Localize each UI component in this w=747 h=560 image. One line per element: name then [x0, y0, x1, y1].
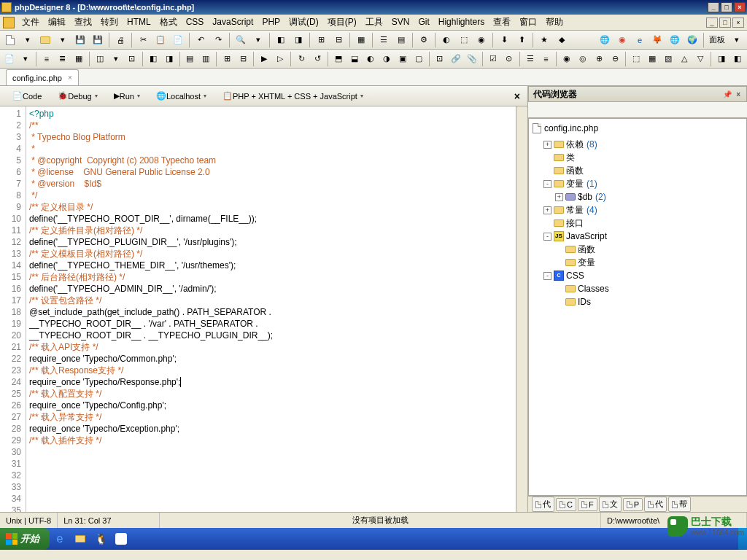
tb2-btn-3[interactable]: ≣ [55, 51, 70, 67]
tb2-btn-18[interactable]: ⬓ [347, 51, 362, 67]
tool-button-8[interactable]: ⚙ [416, 32, 432, 48]
print-button[interactable]: 🖨 [112, 32, 128, 48]
browser-button-6[interactable]: 🌍 [684, 32, 700, 48]
cut-button[interactable]: ✂ [135, 32, 151, 48]
tb2-btn-35[interactable]: ▦ [645, 51, 659, 67]
tool-button-2[interactable]: ◨ [290, 32, 306, 48]
system-tray[interactable] [738, 528, 747, 550]
redo-button[interactable]: ↷ [210, 32, 226, 48]
tb2-btn-21[interactable]: ▣ [395, 51, 410, 67]
tool-button-10[interactable]: ⬚ [456, 32, 472, 48]
tree-item[interactable]: IDs [532, 295, 743, 308]
tb2-btn-4[interactable]: ▦ [71, 51, 86, 67]
tb2-btn-1d[interactable]: ▾ [18, 51, 33, 67]
tree-item[interactable]: 接口 [532, 217, 743, 230]
tb2-btn-10[interactable]: ▥ [198, 51, 213, 67]
menu-item[interactable]: 调试(D) [285, 15, 323, 28]
new-file-button[interactable] [2, 32, 18, 48]
browser-button-2[interactable]: ◉ [614, 32, 630, 48]
panel-footer-tab[interactable]: P [623, 498, 643, 511]
tool-button-4[interactable]: ⊟ [330, 32, 347, 48]
code-tree[interactable]: config.inc.php +依赖(8)类函数-变量(1)+$db(2)+常量… [528, 118, 747, 496]
tb2-btn-9[interactable]: ▤ [182, 51, 197, 67]
mdi-close-button[interactable]: × [732, 18, 744, 28]
tb2-btn-36[interactable]: ▧ [661, 51, 676, 67]
tb2-btn-15[interactable]: ↻ [294, 51, 309, 67]
tb2-btn-39[interactable]: ◨ [714, 51, 729, 67]
menu-item[interactable]: SVN [387, 15, 414, 28]
tb2-btn-33[interactable]: ⊖ [608, 51, 622, 67]
tb2-btn-6[interactable]: ⊡ [125, 51, 139, 67]
panel-footer-tab[interactable]: 文 [599, 497, 622, 512]
menu-item[interactable]: 文件 [18, 15, 44, 28]
tree-expander-icon[interactable]: + [555, 193, 563, 201]
tree-expander-icon[interactable]: + [543, 141, 551, 149]
tree-expander-icon[interactable]: + [543, 206, 551, 214]
taskbar-app-icon-2[interactable] [112, 530, 130, 548]
mdi-restore-button[interactable]: □ [719, 18, 731, 28]
browser-button-5[interactable]: 🌐 [667, 32, 683, 48]
panel-dropdown[interactable]: ▾ [729, 32, 745, 48]
browser-button-1[interactable]: 🌐 [597, 32, 613, 48]
menu-item[interactable]: PHP [258, 15, 285, 28]
tool-button-13[interactable]: ⬆ [514, 32, 530, 48]
taskbar-ie-icon[interactable]: e [51, 530, 69, 548]
languages-button[interactable]: 📋 PHP + XHTML + CSS + JavaScript ▾ [216, 88, 370, 104]
tree-item[interactable]: +$db(2) [532, 190, 743, 203]
editor-close-button[interactable]: × [511, 90, 523, 102]
menu-item[interactable]: 项目(P) [323, 15, 361, 28]
tb2-btn-13[interactable]: ▶ [257, 51, 271, 67]
menu-item[interactable]: 工具 [361, 15, 387, 28]
menu-item[interactable]: JavaScript [208, 15, 258, 28]
menu-item[interactable]: 编辑 [44, 15, 70, 28]
tool-button-1[interactable]: ◧ [273, 32, 289, 48]
tree-item[interactable]: Classes [532, 282, 743, 295]
file-tab-close-icon[interactable]: × [68, 74, 72, 82]
tb2-btn-32[interactable]: ⊕ [592, 51, 606, 67]
tb2-btn-25[interactable]: 📎 [465, 51, 479, 67]
tree-item[interactable]: -JSJavaScript [532, 230, 743, 243]
tb2-btn-34[interactable]: ⬚ [629, 51, 643, 67]
tb2-btn-23[interactable]: ⊡ [433, 51, 447, 67]
browser-button-3[interactable]: e [632, 32, 648, 48]
minimize-button[interactable]: _ [708, 2, 719, 12]
tb2-btn-38[interactable]: ▽ [693, 51, 708, 67]
taskbar-app-icon-1[interactable]: 🐧 [92, 530, 109, 548]
copy-button[interactable]: 📋 [152, 32, 169, 48]
tb2-btn-8[interactable]: ◨ [162, 51, 177, 67]
panel-pin-icon[interactable]: 📌 [721, 90, 733, 98]
tb2-btn-37[interactable]: △ [677, 51, 692, 67]
tree-item[interactable]: +依赖(8) [532, 138, 743, 151]
tree-item[interactable]: 类 [532, 151, 743, 164]
tb2-btn-20[interactable]: ◑ [379, 51, 394, 67]
menu-item[interactable]: 帮助 [541, 15, 568, 28]
tb2-btn-2[interactable]: ≡ [39, 51, 54, 67]
tool-button-11[interactable]: ◉ [473, 32, 489, 48]
panel-footer-tab[interactable]: F [578, 498, 597, 511]
panel-close-icon[interactable]: × [735, 90, 742, 98]
file-tab-active[interactable]: config.inc.php × [6, 69, 79, 85]
tree-item[interactable]: -变量(1) [532, 177, 743, 190]
new-dropdown[interactable]: ▾ [20, 32, 36, 48]
find-button[interactable]: 🔍 [233, 32, 249, 48]
tb2-btn-7[interactable]: ◧ [146, 51, 160, 67]
panel-footer-tab[interactable]: 帮 [668, 497, 691, 512]
tb2-btn-29[interactable]: ≡ [539, 51, 554, 67]
tree-item[interactable]: -CCSS [532, 269, 743, 282]
menu-item[interactable]: 格式 [155, 15, 182, 28]
menu-item[interactable]: 窗口 [515, 15, 541, 28]
close-button[interactable]: × [734, 2, 746, 12]
menu-item[interactable]: 转到 [96, 15, 123, 28]
menu-item[interactable]: 查看 [489, 15, 515, 28]
menu-item[interactable]: Git [414, 15, 433, 28]
tb2-btn-1[interactable]: 📄 [2, 51, 17, 67]
tb2-btn-5d[interactable]: ▾ [109, 51, 123, 67]
code-content[interactable]: <?php/** * Typecho Blog Platform * * @co… [26, 106, 516, 512]
tb2-btn-14[interactable]: ▷ [273, 51, 287, 67]
tb2-btn-31[interactable]: ◎ [576, 51, 590, 67]
find-dropdown[interactable]: ▾ [250, 32, 266, 48]
mdi-minimize-button[interactable]: _ [706, 18, 718, 28]
tool-button-14[interactable]: ★ [536, 32, 552, 48]
menu-item[interactable]: CSS [182, 15, 209, 28]
tree-item[interactable]: 函数 [532, 243, 743, 256]
